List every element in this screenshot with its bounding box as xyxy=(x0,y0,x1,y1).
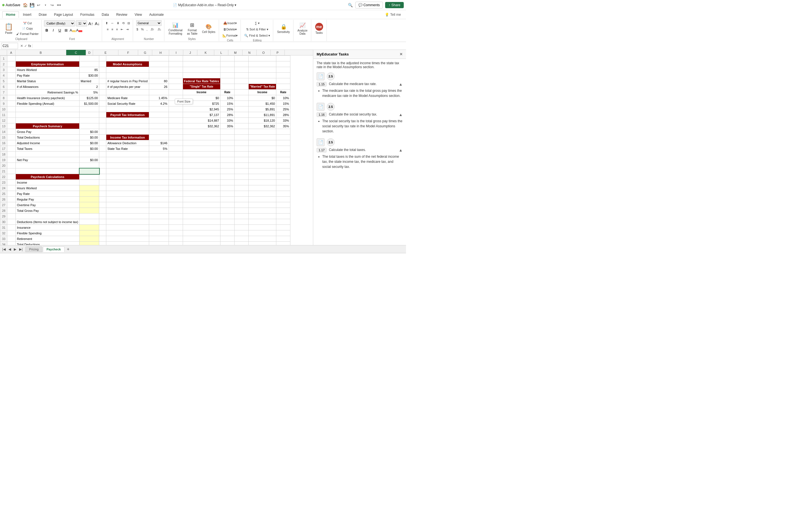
col-header-h[interactable]: H xyxy=(152,50,169,55)
grid-cell[interactable] xyxy=(16,118,80,123)
grid-cell[interactable]: $0 xyxy=(248,95,276,101)
grid-cell[interactable] xyxy=(168,219,183,225)
grid-cell[interactable] xyxy=(220,168,234,174)
grid-cell[interactable] xyxy=(7,236,16,242)
grid-cell[interactable] xyxy=(106,73,149,78)
tab-nav-next[interactable]: ▶ xyxy=(13,247,17,252)
grid-cell[interactable] xyxy=(99,56,106,61)
format-as-table-button[interactable]: ⊞ Formatas Table xyxy=(185,21,199,37)
grid-cell[interactable]: $32,362 xyxy=(183,123,220,129)
align-middle-button[interactable]: ↔ xyxy=(110,20,115,26)
grid-cell[interactable] xyxy=(168,191,183,196)
grid-cell[interactable] xyxy=(220,196,234,202)
name-box[interactable] xyxy=(1,43,18,49)
grid-cell[interactable] xyxy=(220,152,234,157)
grid-cell[interactable] xyxy=(168,112,183,118)
grid-cell[interactable] xyxy=(276,219,290,225)
grid-cell[interactable]: Pay Rate xyxy=(16,191,80,196)
grid-cell[interactable] xyxy=(220,180,234,185)
grid-cell[interactable] xyxy=(220,135,234,140)
grid-cell[interactable] xyxy=(183,129,220,135)
format-painter-button[interactable]: 🖌 Format Painter xyxy=(15,32,40,37)
grid-cell[interactable]: $125.00 xyxy=(80,95,99,101)
grid-cell[interactable] xyxy=(220,208,234,214)
grid-cell[interactable] xyxy=(183,230,220,236)
grid-cell[interactable] xyxy=(168,185,183,191)
grid-cell[interactable] xyxy=(16,152,80,157)
grid-cell[interactable] xyxy=(248,230,276,236)
grid-cell[interactable] xyxy=(106,123,149,129)
grid-cell[interactable] xyxy=(168,95,183,101)
insert-function-icon[interactable]: fx xyxy=(28,44,31,48)
formula-input[interactable] xyxy=(33,44,406,48)
grid-cell[interactable] xyxy=(7,185,16,191)
grid-cell[interactable] xyxy=(220,56,234,61)
tab-data[interactable]: Data xyxy=(98,11,112,18)
grid-cell[interactable] xyxy=(168,123,183,129)
grid-cell[interactable] xyxy=(80,152,99,157)
grid-cell[interactable] xyxy=(234,140,248,146)
grid-cell[interactable] xyxy=(80,219,99,225)
grid-cell[interactable] xyxy=(149,107,168,112)
sheet-tab-paycheck[interactable]: Paycheck xyxy=(43,246,64,252)
grid-cell[interactable] xyxy=(234,118,248,123)
col-header-p[interactable]: P xyxy=(271,50,285,55)
wrap-text-button[interactable]: ⟲ xyxy=(121,20,126,26)
grid-cell[interactable] xyxy=(99,168,106,174)
grid-cell[interactable]: Total Deductions xyxy=(16,242,80,245)
grid-cell[interactable]: "Single" Tax Rate xyxy=(183,84,220,90)
grid-cell[interactable] xyxy=(149,129,168,135)
grid-cell[interactable] xyxy=(106,157,149,163)
grid-cell[interactable] xyxy=(106,185,149,191)
grid-cell[interactable] xyxy=(80,225,99,230)
bold-button[interactable]: B xyxy=(44,27,50,33)
grid-cell[interactable] xyxy=(220,174,234,180)
grid-cell[interactable]: Insurance xyxy=(16,225,80,230)
grid-cell[interactable] xyxy=(234,135,248,140)
grid-cell[interactable] xyxy=(183,67,220,73)
grid-cell[interactable] xyxy=(234,242,248,245)
grid-cell[interactable] xyxy=(234,202,248,208)
grid-cell[interactable] xyxy=(248,180,276,185)
paste-button[interactable]: 📋 Paste xyxy=(3,21,15,37)
grid-cell[interactable]: Total Deductions xyxy=(16,135,80,140)
grid-cell[interactable] xyxy=(106,118,149,123)
task-1-16-collapse[interactable]: ▲ xyxy=(399,112,403,117)
grid-cell[interactable] xyxy=(276,196,290,202)
grid-cell[interactable] xyxy=(183,202,220,208)
grid-cell[interactable] xyxy=(183,196,220,202)
tab-view[interactable]: View xyxy=(132,11,146,18)
grid-cell[interactable] xyxy=(248,78,276,84)
grid-cell[interactable] xyxy=(99,78,106,84)
grid-cell[interactable] xyxy=(7,225,16,230)
grid-cell[interactable] xyxy=(80,61,99,67)
grid-cell[interactable] xyxy=(168,73,183,78)
grid-cell[interactable] xyxy=(234,214,248,219)
grid-cell[interactable] xyxy=(80,168,99,174)
grid-cell[interactable] xyxy=(106,168,149,174)
grid-cell[interactable] xyxy=(16,163,80,168)
grid-cell[interactable] xyxy=(220,140,234,146)
grid-cell[interactable] xyxy=(149,191,168,196)
grid-cell[interactable] xyxy=(80,180,99,185)
grid-cell[interactable] xyxy=(234,67,248,73)
font-size-selector[interactable]: 12 xyxy=(76,20,87,26)
comma-button[interactable]: , xyxy=(146,26,149,32)
grid-cell[interactable] xyxy=(149,208,168,214)
grid-cell[interactable] xyxy=(168,78,183,84)
grid-cell[interactable] xyxy=(183,185,220,191)
col-header-o[interactable]: O xyxy=(257,50,271,55)
grid-cell[interactable] xyxy=(220,163,234,168)
sheet-tab-pricing[interactable]: Pricing xyxy=(26,246,42,252)
grid-cell[interactable] xyxy=(220,214,234,219)
grid-cell[interactable] xyxy=(106,174,149,180)
grid-cell[interactable]: $30.00 xyxy=(80,73,99,78)
grid-cell[interactable]: $1,450 xyxy=(248,101,276,107)
font-color-button[interactable]: A▬ xyxy=(77,27,82,33)
grid-cell[interactable]: Income xyxy=(248,90,276,95)
grid-cell[interactable]: 85 xyxy=(80,67,99,73)
grid-cell[interactable] xyxy=(248,140,276,146)
grid-cell[interactable] xyxy=(7,107,16,112)
grid-cell[interactable]: State Tax Rate xyxy=(106,146,149,152)
grid-cell[interactable] xyxy=(99,163,106,168)
